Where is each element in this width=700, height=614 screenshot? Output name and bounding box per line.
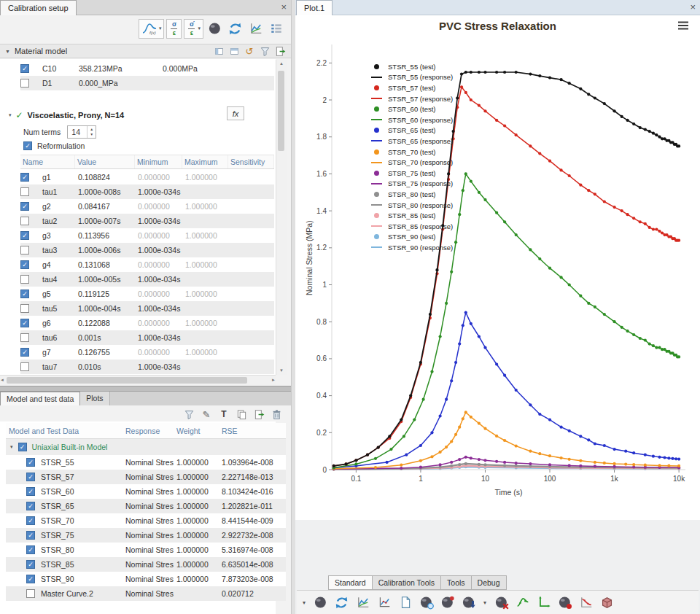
undo-icon[interactable]: ↺ — [244, 45, 255, 57]
new-document-icon[interactable] — [396, 594, 414, 612]
vertical-scrollbar[interactable]: ▲ ▼ — [276, 60, 287, 375]
fx-expression-button[interactable]: fx — [227, 106, 244, 120]
sphere-download-icon[interactable] — [459, 594, 478, 612]
pencil-icon[interactable]: ✎ — [201, 408, 212, 420]
close-plot-icon[interactable]: × — [690, 1, 696, 12]
test-data-row[interactable]: ✓STSR_85Nominal Stress1.0000006.635014e-… — [6, 557, 286, 572]
tab-debug[interactable]: Debug — [471, 575, 507, 590]
plot-axes-icon[interactable] — [375, 594, 393, 612]
prony-checkbox[interactable]: ✓ — [20, 231, 29, 240]
prony-checkbox[interactable]: ✓ — [20, 275, 29, 284]
scroll-down-icon[interactable]: ▼ — [279, 367, 284, 375]
tab-plot-1[interactable]: Plot.1 — [296, 0, 332, 15]
list-icon[interactable] — [267, 19, 285, 39]
material-model-section-header[interactable]: ▼ Material model ↺ — [0, 44, 291, 58]
tab-plots[interactable]: Plots — [80, 392, 109, 405]
dropdown-caret-icon[interactable]: ▾ — [300, 599, 308, 606]
prony-checkbox[interactable]: ✓ — [20, 202, 29, 211]
curve-red-icon[interactable] — [577, 594, 595, 612]
test-data-row[interactable]: ✓STSR_55Nominal Stress1.0000001.093964e-… — [6, 455, 286, 470]
tab-calibration-setup[interactable]: Calibration setup — [0, 0, 77, 15]
prony-checkbox[interactable]: ✓ — [20, 260, 29, 269]
test-data-checkbox[interactable]: ✓ — [26, 575, 35, 583]
prony-checkbox[interactable]: ✓ — [20, 173, 29, 182]
scroll-left-icon[interactable]: ◄ — [0, 376, 4, 384]
copy-icon[interactable] — [236, 408, 247, 420]
panel-splitter[interactable] — [0, 386, 291, 392]
fit-in-icon[interactable] — [213, 45, 225, 57]
sphere-dot-icon[interactable] — [556, 594, 574, 612]
test-data-checkbox[interactable]: ✓ — [26, 560, 35, 569]
test-data-row[interactable]: ✓STSR_75Nominal Stress1.0000002.922732e-… — [6, 528, 286, 543]
sphere-preview-icon[interactable] — [417, 594, 435, 612]
export-icon[interactable] — [253, 408, 265, 420]
fit-function-button[interactable]: f(x)▾ — [139, 19, 165, 39]
prony-checkbox[interactable]: ✓ — [20, 348, 29, 357]
test-data-checkbox[interactable]: ✓ — [26, 589, 35, 598]
material-sphere-icon[interactable] — [311, 594, 330, 612]
sphere-locate-icon[interactable] — [438, 594, 456, 612]
prony-checkbox[interactable]: ✓ — [20, 304, 29, 313]
prony-checkbox[interactable]: ✓ — [20, 246, 29, 254]
plot-lines-icon[interactable] — [354, 594, 372, 612]
text-icon[interactable]: T — [218, 408, 230, 420]
test-data-checkbox[interactable]: ✓ — [26, 531, 35, 540]
test-data-checkbox[interactable]: ✓ — [26, 516, 35, 525]
fit-out-icon[interactable] — [228, 45, 240, 57]
expand-triangle-icon[interactable]: ▾ — [9, 112, 12, 118]
test-data-row[interactable]: ✓STSR_57Nominal Stress1.0000002.227148e-… — [6, 470, 286, 484]
prony-checkbox[interactable]: ✓ — [20, 217, 29, 225]
horizontal-scrollbar[interactable]: ◄ ► — [0, 375, 276, 385]
num-terms-spinner[interactable]: 14 ▲▼ — [67, 125, 96, 139]
test-data-checkbox[interactable]: ✓ — [26, 473, 35, 481]
param-checkbox[interactable]: ✓ — [20, 64, 29, 73]
test-data-row[interactable]: ✓STSR_80Nominal Stress1.0000005.316974e-… — [6, 543, 286, 557]
curve-check-icon[interactable] — [513, 594, 532, 612]
viscoelastic-section-header[interactable]: ▾ ✓ Viscoelastic, Prony, N=14 — [9, 108, 124, 123]
refresh-icon[interactable] — [332, 594, 351, 612]
tab-calibration-tools[interactable]: Calibration Tools — [372, 575, 441, 590]
reformulation-checkbox[interactable]: ✓ — [23, 141, 32, 150]
prony-checkbox[interactable]: ✓ — [20, 187, 29, 196]
scroll-up-icon[interactable]: ▲ — [279, 60, 284, 68]
axes-green-icon[interactable] — [534, 594, 553, 612]
trash-icon[interactable] — [271, 408, 282, 420]
group-expand-icon[interactable]: ▾ — [10, 444, 13, 450]
stress-rate-button[interactable]: σ̇ε▾ — [184, 19, 203, 39]
prony-checkbox[interactable]: ✓ — [20, 319, 29, 327]
scroll-right-icon[interactable]: ► — [271, 376, 276, 384]
prony-checkbox[interactable]: ✓ — [20, 333, 29, 342]
fit-function-button-caret-icon[interactable]: ▾ — [159, 26, 162, 31]
test-data-row[interactable]: ✓STSR_60Nominal Stress1.0000008.103424e-… — [6, 484, 286, 499]
filter-icon[interactable] — [183, 408, 195, 420]
collapse-triangle-icon[interactable]: ▼ — [5, 49, 10, 54]
param-checkbox[interactable]: ✓ — [20, 79, 29, 88]
test-data-checkbox[interactable]: ✓ — [26, 487, 35, 496]
prony-checkbox[interactable]: ✓ — [20, 289, 29, 298]
scrollbar-thumb[interactable] — [7, 377, 247, 384]
filter-icon[interactable] — [259, 45, 271, 57]
test-data-checkbox[interactable]: ✓ — [26, 502, 35, 510]
tab-tools[interactable]: Tools — [440, 575, 472, 590]
test-data-row[interactable]: ✓STSR_65Nominal Stress1.0000001.202821e-… — [6, 499, 286, 513]
test-data-row[interactable]: ✓STSR_90Nominal Stress1.0000007.873203e-… — [6, 572, 286, 586]
test-data-row[interactable]: ✓STSR_70Nominal Stress1.0000008.441544e-… — [6, 513, 286, 528]
sphere-remove-icon[interactable] — [492, 594, 510, 612]
test-data-row[interactable]: ✓Master Curve.2Nominal Stress0.020712 — [6, 586, 286, 601]
close-panel-icon[interactable]: × — [281, 1, 287, 12]
tab-model-and-test-data[interactable]: Model and test data — [0, 392, 80, 405]
model-group-row[interactable]: ▾ ✓ Uniaxial Built-in Model — [6, 439, 286, 455]
stress-rate-button-caret-icon[interactable]: ▾ — [198, 26, 201, 31]
box-3d-icon[interactable] — [598, 594, 616, 612]
prony-checkbox[interactable]: ✓ — [20, 362, 29, 371]
export-icon[interactable] — [274, 45, 286, 57]
stress-strain-button[interactable]: σε — [166, 19, 182, 39]
plot-lines-icon[interactable] — [246, 19, 265, 39]
test-data-checkbox[interactable]: ✓ — [26, 545, 35, 554]
tab-standard[interactable]: Standard — [328, 575, 373, 590]
scrollbar-thumb[interactable] — [278, 71, 284, 151]
test-data-checkbox[interactable]: ✓ — [26, 458, 35, 467]
material-sphere-icon[interactable] — [206, 19, 224, 39]
scrollbar-track[interactable] — [276, 68, 287, 367]
dropdown-caret-icon[interactable]: ▾ — [481, 599, 489, 606]
